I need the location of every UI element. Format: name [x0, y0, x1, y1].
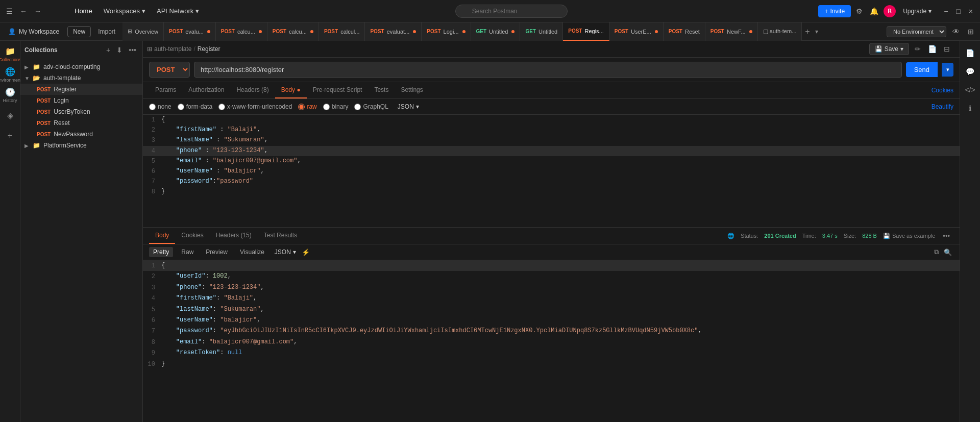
tab-untitled2[interactable]: GET Untitled	[520, 22, 563, 41]
more-options-icon-button[interactable]: •••	[941, 231, 951, 241]
code-line: 3 "lastName" : "Sukumaran",	[143, 135, 960, 145]
beautify-button[interactable]: Beautify	[932, 103, 953, 110]
request-body-editor[interactable]: 1 { 2 "firstName" : "Balaji", 3 "lastNam…	[143, 115, 960, 227]
notification-icon-button[interactable]: 🔔	[868, 5, 880, 17]
tab-tests[interactable]: Tests	[368, 82, 395, 98]
json-format-selector[interactable]: JSON ▾	[395, 102, 422, 111]
new-button[interactable]: New	[67, 26, 91, 37]
sidebar-item-newpassword[interactable]: POST NewPassword	[20, 129, 142, 140]
sidebar-item-platformservice[interactable]: ▶ 📁 PlatformService	[20, 140, 142, 151]
add-tab-button[interactable]: +	[802, 27, 813, 36]
right-sidebar-comment-button[interactable]: 💬	[962, 63, 978, 80]
hamburger-button[interactable]: ☰	[4, 5, 15, 17]
binary-radio[interactable]: binary	[323, 103, 349, 110]
search-input[interactable]	[455, 5, 568, 18]
sidebar-item-register[interactable]: POST Register	[20, 84, 142, 95]
tab-overview[interactable]: ⊞ Overview	[122, 22, 164, 41]
tab-evalu2[interactable]: POST evaluat...	[365, 22, 422, 41]
maximize-button[interactable]: □	[953, 6, 963, 17]
cookies-link[interactable]: Cookies	[932, 87, 953, 94]
back-button[interactable]: ←	[18, 5, 29, 17]
pretty-button[interactable]: Pretty	[149, 247, 173, 257]
tab-newf[interactable]: POST NewF...	[705, 22, 758, 41]
import-button[interactable]: Import	[95, 27, 118, 37]
graphql-radio[interactable]: GraphQL	[354, 103, 388, 110]
method-select[interactable]: POST	[149, 62, 190, 78]
mock-sidebar-button[interactable]: ◈	[1, 106, 19, 125]
collections-sidebar-button[interactable]: 📁 Collections	[1, 45, 19, 63]
home-tab[interactable]: Home	[69, 4, 97, 18]
grid-icon-button[interactable]: ⊞	[966, 26, 976, 38]
send-dropdown-button[interactable]: ▾	[942, 63, 953, 77]
sidebar-item-userbytoken[interactable]: POST UserByToken	[20, 106, 142, 117]
tab-calcu3[interactable]: POST calcul...	[319, 22, 365, 41]
sidebar-item-login[interactable]: POST Login	[20, 95, 142, 106]
response-format-selector[interactable]: JSON ▾	[275, 249, 296, 256]
sidebar-item-reset[interactable]: POST Reset	[20, 117, 142, 129]
environment-selector[interactable]: No Environment	[887, 26, 946, 37]
right-sidebar-code-button[interactable]: </>	[962, 82, 978, 98]
right-sidebar-info-button[interactable]: ℹ	[962, 100, 978, 116]
right-sidebar-docs-button[interactable]: 📄	[962, 45, 978, 61]
settings-icon-button[interactable]: ⚙	[854, 5, 865, 17]
tab-evalu1[interactable]: POST evalu...	[164, 22, 216, 41]
raw-radio[interactable]: raw	[298, 103, 316, 110]
add-folder-button[interactable]: +	[104, 45, 112, 55]
sidebar-item-auth-template[interactable]: ▼ 📂 auth-template	[20, 72, 142, 84]
workspace-selector[interactable]: 👤 My Workspace	[4, 26, 63, 37]
tab-untitled1[interactable]: GET Untitled	[471, 22, 521, 41]
tab-regis[interactable]: POST Regis...	[563, 22, 609, 41]
breadcrumb-link[interactable]: auth-template	[154, 45, 191, 53]
env-settings-icon[interactable]: 👁	[950, 26, 962, 38]
tab-calcu1[interactable]: POST calcu...	[216, 22, 267, 41]
docs-icon-button[interactable]: 📄	[926, 43, 938, 55]
tab-headers[interactable]: Headers (8)	[230, 82, 275, 98]
layout-icon-button[interactable]: ⊟	[942, 43, 951, 55]
edit-icon-button[interactable]: ✏	[913, 43, 922, 55]
form-data-radio[interactable]: form-data	[178, 103, 212, 110]
tab-auth[interactable]: ▢ auth-tem...	[758, 22, 802, 41]
none-radio[interactable]: none	[149, 103, 172, 110]
raw-button[interactable]: Raw	[177, 247, 198, 257]
history-sidebar-button[interactable]: 🕐 History	[1, 86, 19, 104]
response-tabs: Body Cookies Headers (15) Test Results 🌐…	[143, 228, 960, 244]
tab-calcu2[interactable]: POST calcu...	[267, 22, 319, 41]
new-collection-button[interactable]: +	[1, 127, 19, 145]
save-button[interactable]: 💾 Send Save ▾	[869, 43, 909, 55]
avatar[interactable]: R	[884, 5, 896, 17]
save-example-button[interactable]: 💾 Save as example	[883, 233, 935, 239]
send-button[interactable]: Send	[906, 62, 938, 77]
tab-params[interactable]: Params	[149, 82, 182, 98]
workspaces-tab[interactable]: Workspaces ▾	[99, 4, 151, 18]
visualize-button[interactable]: Visualize	[236, 247, 268, 257]
forward-button[interactable]: →	[32, 5, 43, 17]
tab-reset[interactable]: POST Reset	[664, 22, 705, 41]
resp-tab-cookies[interactable]: Cookies	[175, 228, 209, 244]
resp-tab-body[interactable]: Body	[149, 228, 175, 244]
urlencoded-radio[interactable]: x-www-form-urlencoded	[218, 103, 292, 110]
tab-logi[interactable]: POST Logi...	[422, 22, 471, 41]
resp-tab-headers[interactable]: Headers (15)	[210, 228, 258, 244]
tab-body[interactable]: Body ●	[275, 82, 307, 98]
copy-response-button[interactable]: ⧉	[933, 246, 940, 258]
minimize-button[interactable]: −	[941, 6, 951, 17]
invite-button[interactable]: + Invite	[818, 5, 851, 17]
tab-authorization[interactable]: Authorization	[182, 82, 230, 98]
import-sidebar-button[interactable]: ⬇	[114, 45, 125, 55]
search-response-button[interactable]: 🔍	[942, 246, 953, 258]
sidebar-item-adv-cloud[interactable]: ▶ 📁 adv-cloud-computing	[20, 61, 142, 72]
tab-dot	[310, 30, 313, 33]
more-options-button[interactable]: •••	[127, 45, 138, 55]
resp-tab-test-results[interactable]: Test Results	[258, 228, 303, 244]
tab-overflow-button[interactable]: ▾	[813, 28, 820, 35]
environments-sidebar-button[interactable]: 🌐 Environments	[1, 65, 19, 84]
preview-button[interactable]: Preview	[202, 247, 232, 257]
api-network-tab[interactable]: API Network ▾	[152, 4, 204, 18]
url-input[interactable]	[194, 62, 902, 78]
tab-settings[interactable]: Settings	[395, 82, 429, 98]
close-button[interactable]: ×	[966, 6, 976, 17]
filter-icon-button[interactable]: ⚡	[300, 247, 311, 258]
tab-pre-request[interactable]: Pre-request Script	[307, 82, 369, 98]
tab-user1[interactable]: POST UserE...	[609, 22, 664, 41]
upgrade-button[interactable]: Upgrade ▾	[899, 5, 936, 17]
